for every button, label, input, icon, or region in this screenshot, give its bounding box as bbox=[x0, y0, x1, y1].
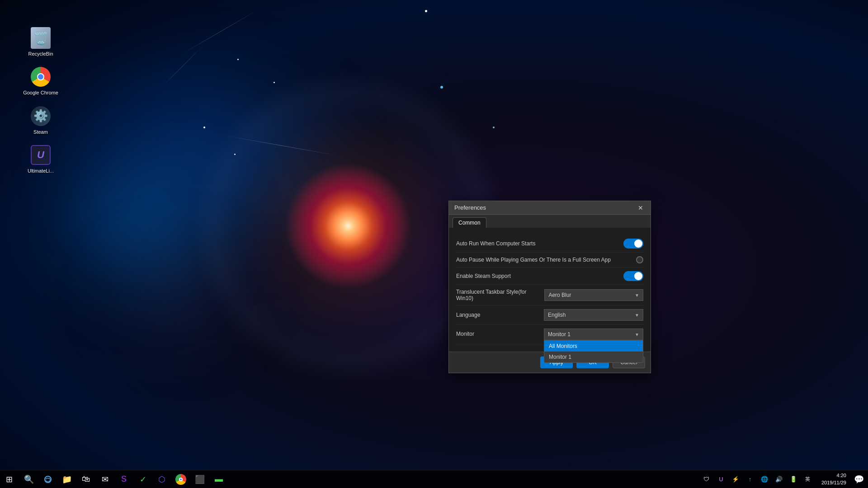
taskbar-search-icon[interactable]: 🔍 bbox=[20, 470, 38, 488]
monitor-arrow: ▼ bbox=[635, 332, 639, 337]
taskbar-style-label: Translucent Taskbar Style(for Win10) bbox=[456, 289, 544, 301]
particle bbox=[425, 10, 427, 12]
setting-row-auto-pause: Auto Pause While Playing Games Or There … bbox=[456, 253, 643, 267]
taskbar: ⊞ 🔍 📁 🛍 ✉ S ✓ ⬡ ⬛ ▬ bbox=[0, 470, 868, 488]
taskbar-edge-icon[interactable] bbox=[39, 470, 57, 488]
tray-app2-icon[interactable]: ⚡ bbox=[729, 473, 742, 486]
setting-row-auto-run: Auto Run When Computer Starts bbox=[456, 235, 643, 253]
desktop-icon-google-chrome[interactable]: Google Chrome bbox=[23, 66, 59, 96]
monitor-dropdown-list: All Monitors Monitor 1 bbox=[544, 340, 643, 363]
monitor-dropdown[interactable]: Monitor 1 ▼ bbox=[544, 328, 643, 340]
auto-run-toggle[interactable] bbox=[623, 239, 643, 249]
clock-time: 4:20 bbox=[837, 472, 846, 479]
tray-app-icon[interactable]: U bbox=[715, 473, 727, 486]
taskbar-mail-icon[interactable]: ✉ bbox=[96, 470, 114, 488]
desktop-icon-steam[interactable]: ⚙️ Steam bbox=[23, 105, 59, 135]
action-center-icon[interactable]: 💬 bbox=[850, 470, 868, 488]
particle bbox=[203, 127, 205, 128]
taskbar-green-icon[interactable]: ▬ bbox=[210, 470, 228, 488]
steam-support-label: Enable Steam Support bbox=[456, 273, 511, 279]
auto-pause-radio[interactable] bbox=[636, 256, 643, 263]
dialog-title: Preferences bbox=[454, 204, 486, 211]
taskbar-app8-icon[interactable]: ⬛ bbox=[191, 470, 209, 488]
desktop-icon-ultimateli[interactable]: U UltimateLi... bbox=[23, 144, 59, 174]
recycle-bin-icon: 🗑️ bbox=[30, 27, 52, 49]
monitor-option-all[interactable]: All Monitors bbox=[544, 341, 643, 352]
tray-battery-icon[interactable]: 🔋 bbox=[787, 473, 800, 486]
desktop-icon-recycle-bin[interactable]: 🗑️ RecycleBin bbox=[23, 27, 59, 57]
auto-run-knob bbox=[634, 239, 642, 248]
taskbar-style-dropdown[interactable]: Aero Blur ▼ bbox=[544, 289, 643, 301]
dialog-tabs: Common bbox=[449, 215, 651, 228]
taskbar-chrome-icon[interactable] bbox=[172, 470, 190, 488]
setting-row-steam-support: Enable Steam Support bbox=[456, 267, 643, 285]
steam-label: Steam bbox=[33, 129, 48, 135]
monitor-dropdown-container: Monitor 1 ▼ All Monitors Monitor 1 bbox=[544, 328, 643, 340]
ultimateli-label: UltimateLi... bbox=[28, 168, 54, 174]
tray-network-icon[interactable]: 🌐 bbox=[758, 473, 771, 486]
taskbar-icons: 🔍 📁 🛍 ✉ S ✓ ⬡ ⬛ ▬ bbox=[18, 470, 697, 488]
taskbar-files-icon[interactable]: 📁 bbox=[58, 470, 76, 488]
particle bbox=[234, 154, 236, 155]
language-dropdown[interactable]: English ▼ bbox=[544, 309, 643, 321]
language-value: English bbox=[548, 312, 566, 318]
steam-icon: ⚙️ bbox=[30, 105, 52, 127]
setting-row-taskbar-style: Translucent Taskbar Style(for Win10) Aer… bbox=[456, 285, 643, 305]
desktop-icons: 🗑️ RecycleBin Google Chrome ⚙️ Steam bbox=[23, 27, 59, 174]
tray-volume-icon[interactable]: 🔊 bbox=[773, 473, 785, 486]
particle bbox=[274, 82, 275, 83]
tab-common[interactable]: Common bbox=[453, 217, 486, 228]
dialog-close-button[interactable]: ✕ bbox=[636, 203, 645, 212]
particle bbox=[237, 59, 239, 60]
preferences-dialog: Preferences ✕ Common Auto Run When Compu… bbox=[448, 201, 651, 373]
monitor-value: Monitor 1 bbox=[548, 331, 571, 338]
tray-up-icon[interactable]: ↑ bbox=[744, 473, 756, 486]
taskbar-clock[interactable]: 4:20 2019/11/29 bbox=[818, 472, 850, 486]
setting-row-monitor: Monitor Monitor 1 ▼ All Monitors Monitor… bbox=[456, 325, 643, 344]
system-tray: 🛡 U ⚡ ↑ 🌐 🔊 🔋 英 bbox=[697, 473, 818, 486]
start-button[interactable]: ⊞ bbox=[0, 470, 18, 488]
chrome-icon bbox=[30, 66, 52, 88]
desktop: 🗑️ RecycleBin Google Chrome ⚙️ Steam bbox=[0, 0, 868, 488]
tray-lang-icon[interactable]: 英 bbox=[802, 473, 814, 486]
tray-shield-icon[interactable]: 🛡 bbox=[700, 473, 713, 486]
ultimateli-icon: U bbox=[30, 144, 52, 166]
auto-pause-label: Auto Pause While Playing Games Or There … bbox=[456, 257, 611, 263]
dialog-content: Auto Run When Computer Starts Auto Pause… bbox=[449, 228, 651, 352]
language-label: Language bbox=[456, 312, 480, 318]
steam-support-toggle[interactable] bbox=[623, 271, 643, 281]
particle bbox=[440, 86, 443, 89]
dialog-titlebar: Preferences ✕ bbox=[449, 201, 651, 215]
taskbar-style-arrow: ▼ bbox=[635, 293, 639, 298]
monitor-label: Monitor bbox=[456, 328, 474, 337]
taskbar-vs-icon[interactable]: ⬡ bbox=[153, 470, 171, 488]
taskbar-store-icon[interactable]: 🛍 bbox=[77, 470, 95, 488]
setting-row-language: Language English ▼ bbox=[456, 305, 643, 325]
particle bbox=[493, 127, 495, 128]
taskbar-style-value: Aero Blur bbox=[548, 292, 571, 298]
recycle-bin-label: RecycleBin bbox=[28, 51, 53, 57]
taskbar-check-icon[interactable]: ✓ bbox=[134, 470, 152, 488]
taskbar-app5-icon[interactable]: S bbox=[115, 470, 133, 488]
clock-date: 2019/11/29 bbox=[821, 479, 846, 486]
auto-run-label: Auto Run When Computer Starts bbox=[456, 240, 535, 247]
monitor-option-1[interactable]: Monitor 1 bbox=[544, 352, 643, 362]
steam-support-knob bbox=[634, 272, 642, 280]
language-arrow: ▼ bbox=[635, 313, 639, 318]
chrome-label: Google Chrome bbox=[23, 89, 58, 96]
burst-center bbox=[280, 158, 416, 294]
